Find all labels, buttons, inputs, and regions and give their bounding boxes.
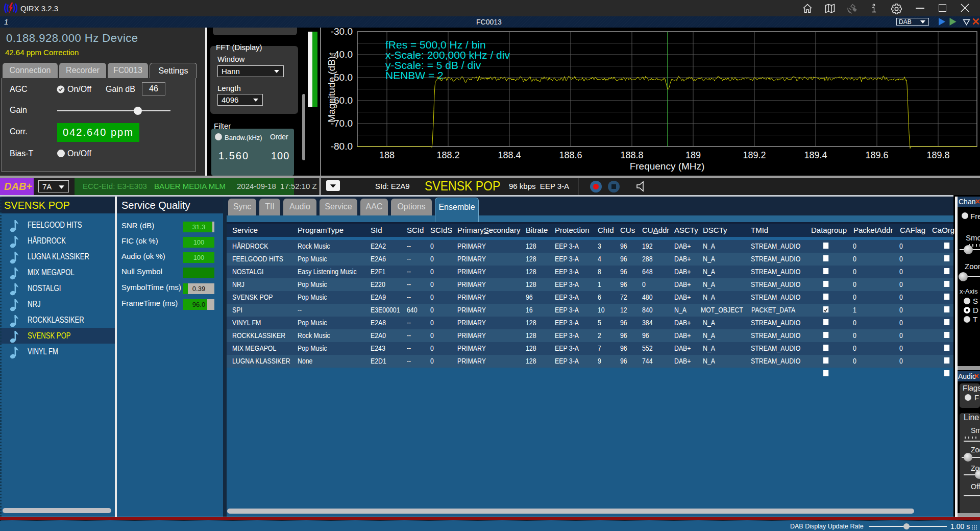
- svg-text:-30.0: -30.0: [331, 28, 353, 37]
- svg-text:189.8: 189.8: [926, 150, 949, 160]
- svg-text:189.6: 189.6: [865, 150, 888, 160]
- svg-text:188.4: 188.4: [498, 150, 521, 160]
- svg-text:188.6: 188.6: [559, 150, 582, 160]
- svg-text:NENBW = 2: NENBW = 2: [385, 69, 444, 81]
- svg-text:188.2: 188.2: [436, 150, 459, 160]
- svg-text:-80.0: -80.0: [331, 141, 353, 152]
- svg-text:189: 189: [685, 150, 701, 160]
- svg-text:Magnitude (dB)↑: Magnitude (dB)↑: [326, 51, 337, 122]
- svg-text:188.8: 188.8: [620, 150, 643, 160]
- svg-text:188: 188: [379, 150, 395, 160]
- svg-text:Frequency (MHz): Frequency (MHz): [630, 161, 705, 172]
- svg-text:189.2: 189.2: [743, 150, 766, 160]
- svg-text:189.4: 189.4: [804, 150, 827, 160]
